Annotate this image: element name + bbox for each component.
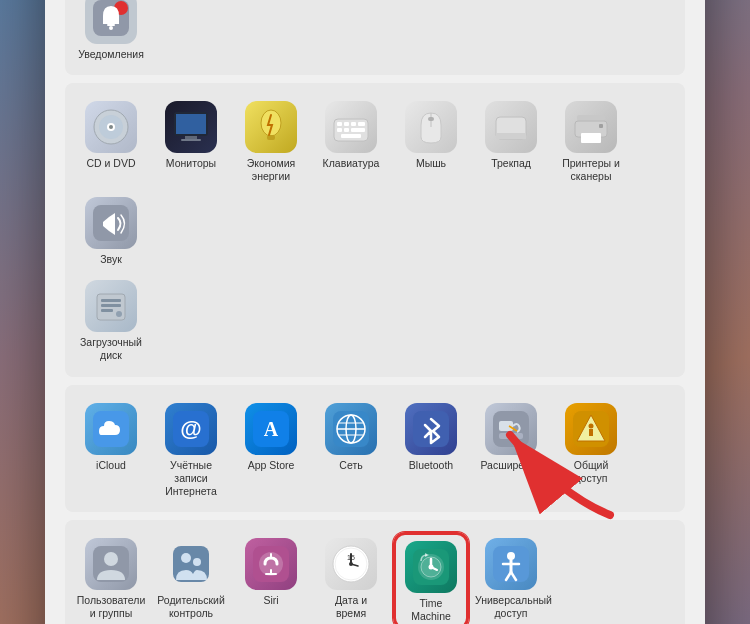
parental-label: Родительскийконтроль bbox=[157, 594, 225, 620]
svg-rect-65 bbox=[341, 134, 361, 138]
svg-point-50 bbox=[109, 125, 113, 129]
svg-text:A: A bbox=[264, 418, 279, 440]
bluetooth-label: Bluetooth bbox=[409, 459, 453, 472]
section-hardware: CD и DVD Мониторы bbox=[65, 83, 685, 377]
svg-rect-53 bbox=[185, 136, 197, 139]
svg-rect-54 bbox=[181, 139, 201, 141]
accounts-icon-img: @ bbox=[165, 403, 217, 455]
svg-rect-45 bbox=[107, 24, 115, 26]
svg-rect-76 bbox=[101, 299, 121, 302]
svg-rect-78 bbox=[101, 309, 113, 312]
svg-rect-60 bbox=[351, 122, 356, 126]
notifications-icon-img bbox=[85, 0, 137, 44]
appstore-icon-img: A bbox=[245, 403, 297, 455]
svg-point-102 bbox=[181, 553, 191, 563]
icon-timemachine[interactable]: TimeMachine bbox=[393, 532, 469, 624]
svg-rect-63 bbox=[344, 128, 349, 132]
svg-rect-94 bbox=[499, 433, 523, 439]
svg-point-114 bbox=[349, 562, 353, 566]
cd-label: CD и DVD bbox=[86, 157, 135, 170]
icon-siri[interactable]: Siri bbox=[233, 532, 309, 624]
icon-printers[interactable]: Принтеры исканеры bbox=[553, 95, 629, 187]
icon-parental[interactable]: Родительскийконтроль bbox=[153, 532, 229, 624]
svg-rect-64 bbox=[351, 128, 365, 132]
icon-network[interactable]: Сеть bbox=[313, 397, 389, 502]
section-internet: iCloud @ Учётные записиИнтернета bbox=[65, 385, 685, 512]
mouse-icon-img bbox=[405, 101, 457, 153]
icon-extensions[interactable]: Расширения bbox=[473, 397, 549, 502]
icon-universal-access[interactable]: Универсальныйдоступ bbox=[473, 532, 549, 624]
svg-rect-73 bbox=[599, 124, 603, 128]
icon-boot[interactable]: Загрузочныйдиск bbox=[73, 274, 149, 366]
icon-keyboard[interactable]: Клавиатура bbox=[313, 95, 389, 187]
extensions-icon-img bbox=[485, 403, 537, 455]
appstore-label: App Store bbox=[248, 459, 295, 472]
svg-rect-70 bbox=[577, 115, 605, 121]
icloud-icon-img bbox=[85, 403, 137, 455]
icon-monitors[interactable]: Мониторы bbox=[153, 95, 229, 187]
system-preferences-window: ‹ › Системные настройки 🔍 Поиск bbox=[45, 0, 705, 624]
icon-energy[interactable]: Экономияэнергии bbox=[233, 95, 309, 187]
svg-rect-59 bbox=[344, 122, 349, 126]
energy-label: Экономияэнергии bbox=[247, 157, 296, 183]
icon-notifications[interactable]: Уведомления bbox=[73, 0, 149, 65]
svg-point-79 bbox=[116, 311, 122, 317]
mouse-label: Мышь bbox=[416, 157, 446, 170]
accounts-label: Учётные записиИнтернета bbox=[157, 459, 225, 498]
shared-access-label: Общийдоступ bbox=[574, 459, 609, 485]
icloud-label: iCloud bbox=[96, 459, 126, 472]
svg-rect-52 bbox=[176, 114, 206, 134]
icon-sound[interactable]: Звук bbox=[73, 191, 149, 270]
section-system: Пользователии группы Родительскийконтрол… bbox=[65, 520, 685, 624]
svg-rect-56 bbox=[267, 135, 275, 140]
sound-icon-img bbox=[85, 197, 137, 249]
network-label: Сеть bbox=[339, 459, 362, 472]
icon-datetime[interactable]: 15 Дата ивремя bbox=[313, 532, 389, 624]
svg-point-120 bbox=[429, 564, 434, 569]
section-personal: File Основные bbox=[65, 0, 685, 75]
datetime-label: Дата ивремя bbox=[335, 594, 367, 620]
svg-text:@: @ bbox=[180, 416, 201, 441]
parental-icon-img bbox=[165, 538, 217, 590]
icon-accounts[interactable]: @ Учётные записиИнтернета bbox=[153, 397, 229, 502]
svg-rect-61 bbox=[358, 122, 365, 126]
keyboard-icon-img bbox=[325, 101, 377, 153]
keyboard-label: Клавиатура bbox=[323, 157, 380, 170]
bluetooth-icon-img bbox=[405, 403, 457, 455]
notifications-label: Уведомления bbox=[78, 48, 144, 61]
siri-icon-img bbox=[245, 538, 297, 590]
sound-label: Звук bbox=[100, 253, 122, 266]
boot-icon-img bbox=[85, 280, 137, 332]
svg-point-55 bbox=[261, 110, 281, 136]
svg-rect-72 bbox=[581, 133, 601, 143]
universal-access-label: Универсальныйдоступ bbox=[475, 594, 547, 620]
monitors-icon-img bbox=[165, 101, 217, 153]
icon-cd[interactable]: CD и DVD bbox=[73, 95, 149, 187]
personal-icons-row: File Основные bbox=[73, 0, 677, 65]
svg-rect-77 bbox=[101, 304, 121, 307]
network-icon-img bbox=[325, 403, 377, 455]
icon-appstore[interactable]: A App Store bbox=[233, 397, 309, 502]
printers-label: Принтеры исканеры bbox=[562, 157, 620, 183]
users-icon-img bbox=[85, 538, 137, 590]
icon-users[interactable]: Пользователии группы bbox=[73, 532, 149, 624]
icon-icloud[interactable]: iCloud bbox=[73, 397, 149, 502]
siri-label: Siri bbox=[263, 594, 278, 607]
trackpad-icon-img bbox=[485, 101, 537, 153]
icon-bluetooth[interactable]: Bluetooth bbox=[393, 397, 469, 502]
timemachine-label: TimeMachine bbox=[411, 597, 451, 623]
hardware-icons-row: CD и DVD Мониторы bbox=[73, 95, 677, 270]
timemachine-icon-img bbox=[405, 541, 457, 593]
svg-rect-62 bbox=[337, 128, 342, 132]
hardware-boot-row: Загрузочныйдиск bbox=[73, 274, 677, 366]
datetime-icon-img: 15 bbox=[325, 538, 377, 590]
svg-point-46 bbox=[109, 26, 113, 30]
icon-shared-access[interactable]: Общийдоступ bbox=[553, 397, 629, 502]
internet-icons-row: iCloud @ Учётные записиИнтернета bbox=[73, 397, 677, 502]
svg-rect-58 bbox=[337, 122, 342, 126]
icon-trackpad[interactable]: Трекпад bbox=[473, 95, 549, 187]
svg-rect-67 bbox=[428, 117, 434, 121]
system-icons-row: Пользователии группы Родительскийконтрол… bbox=[73, 532, 677, 624]
trackpad-label: Трекпад bbox=[491, 157, 531, 170]
icon-mouse[interactable]: Мышь bbox=[393, 95, 469, 187]
